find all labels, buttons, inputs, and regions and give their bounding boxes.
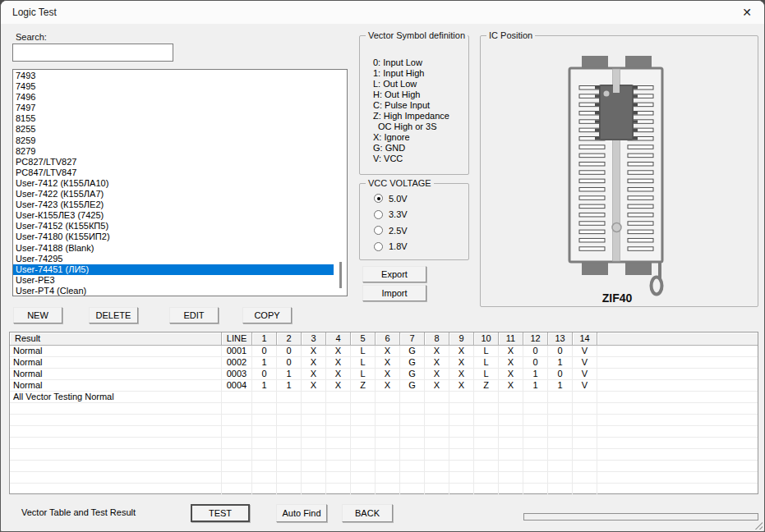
radio-selected-icon[interactable] bbox=[374, 194, 383, 203]
new-button[interactable]: NEW bbox=[13, 307, 62, 323]
table-row[interactable]: All Vector Testing Normal bbox=[10, 392, 758, 403]
vector-symbol-line: V: VCC bbox=[373, 154, 449, 164]
pin-cell: X bbox=[449, 380, 474, 392]
delete-button[interactable]: DELETE bbox=[89, 307, 138, 323]
column-header[interactable]: 14 bbox=[573, 332, 597, 346]
vcc-radio-1.8V[interactable]: 1.8V bbox=[374, 239, 408, 255]
table-row[interactable]: Normal000210XXLXGXXLX01V bbox=[10, 357, 758, 369]
table-row[interactable]: Normal000100XXLXGXXLX00V bbox=[10, 346, 758, 357]
pin-cell bbox=[499, 472, 523, 484]
pin-cell: L bbox=[351, 369, 376, 380]
vcc-radio-label: 5.0V bbox=[389, 194, 408, 204]
edit-button[interactable]: EDIT bbox=[169, 307, 219, 323]
list-item[interactable]: User-PE3 bbox=[13, 275, 334, 286]
window-title: Logic Test bbox=[12, 7, 57, 18]
table-row[interactable]: Normal000411XXZXGXXZX11V bbox=[10, 380, 758, 392]
pin-cell bbox=[351, 461, 376, 472]
list-item[interactable]: 7495 bbox=[13, 81, 334, 92]
result-cell: Normal bbox=[10, 380, 222, 392]
copy-button[interactable]: COPY bbox=[242, 307, 292, 323]
column-header[interactable]: 5 bbox=[351, 332, 376, 346]
table-row[interactable] bbox=[10, 415, 758, 426]
pin-cell: G bbox=[400, 357, 425, 369]
search-input[interactable] bbox=[12, 44, 173, 62]
list-item[interactable]: 8259 bbox=[13, 135, 334, 146]
column-header[interactable]: 10 bbox=[474, 332, 499, 346]
pin-cell bbox=[499, 438, 523, 449]
list-scrollbar-thumb[interactable] bbox=[339, 262, 342, 288]
list-item[interactable]: User-7423 (К155ЛЕ2) bbox=[13, 200, 334, 210]
vcc-radio-2.5V[interactable]: 2.5V bbox=[374, 222, 408, 239]
column-header[interactable]: 4 bbox=[326, 332, 351, 346]
list-item[interactable]: 7497 bbox=[13, 103, 334, 113]
list-item[interactable]: User-74180 (К155ИП2) bbox=[13, 232, 334, 242]
list-item[interactable]: 8255 bbox=[13, 124, 334, 135]
table-row[interactable] bbox=[10, 449, 758, 461]
table-row[interactable] bbox=[10, 426, 758, 438]
list-item[interactable]: User-7422 (К155ЛА7) bbox=[13, 189, 334, 200]
table-row[interactable] bbox=[10, 403, 758, 415]
list-item[interactable]: User-74451 (ЛИ5) bbox=[13, 264, 334, 275]
table-row[interactable] bbox=[10, 461, 758, 472]
list-item[interactable]: PC827/LTV827 bbox=[13, 157, 334, 167]
pin-cell: X bbox=[425, 369, 449, 380]
resize-grip-icon[interactable] bbox=[754, 521, 763, 530]
column-header[interactable]: 9 bbox=[449, 332, 474, 346]
column-header[interactable]: 13 bbox=[548, 332, 573, 346]
vcc-radio-label: 3.3V bbox=[389, 209, 408, 219]
list-item[interactable]: User-PT4 (Clean) bbox=[13, 286, 334, 296]
radio-icon[interactable] bbox=[374, 226, 383, 235]
back-button[interactable]: BACK bbox=[342, 504, 393, 522]
list-item[interactable]: User-74295 bbox=[13, 254, 334, 264]
column-header[interactable]: 7 bbox=[400, 332, 425, 346]
chip-listbox[interactable]: 74937495749674978155825582598279PC827/LT… bbox=[12, 69, 348, 296]
vcc-radio-5.0V[interactable]: 5.0V bbox=[374, 190, 408, 207]
list-item[interactable]: User-74152 (К155КП5) bbox=[13, 221, 334, 232]
pin-cell bbox=[400, 392, 425, 403]
column-header[interactable]: Result bbox=[10, 332, 222, 346]
radio-icon[interactable] bbox=[374, 210, 383, 219]
pin-cell: 0 bbox=[252, 369, 277, 380]
result-cell bbox=[10, 449, 222, 461]
list-item[interactable]: User-К155ЛЕ3 (7425) bbox=[13, 210, 334, 221]
close-icon[interactable]: ✕ bbox=[738, 4, 756, 21]
list-item[interactable]: 7493 bbox=[13, 71, 334, 81]
pin-cell bbox=[449, 449, 474, 461]
pin-cell bbox=[425, 461, 449, 472]
radio-icon[interactable] bbox=[374, 242, 383, 251]
import-button[interactable]: Import bbox=[362, 285, 426, 301]
pin-cell bbox=[376, 426, 400, 438]
pin-cell: Z bbox=[474, 380, 499, 392]
column-header[interactable]: 11 bbox=[499, 332, 523, 346]
column-header[interactable]: 1 bbox=[252, 332, 277, 346]
list-item[interactable]: 8279 bbox=[13, 146, 334, 157]
list-item[interactable]: PC847/LTV847 bbox=[13, 167, 334, 178]
list-item[interactable]: 8155 bbox=[13, 113, 334, 124]
table-row[interactable] bbox=[10, 472, 758, 484]
list-item[interactable]: User-7412 (К155ЛА10) bbox=[13, 178, 334, 189]
table-row[interactable] bbox=[10, 438, 758, 449]
column-header[interactable]: 2 bbox=[277, 332, 302, 346]
table-row[interactable] bbox=[10, 484, 758, 495]
pin-cell bbox=[548, 472, 573, 484]
auto-find-button[interactable]: Auto Find bbox=[276, 504, 327, 522]
channel-screw bbox=[612, 223, 621, 232]
pin-cell: X bbox=[302, 346, 326, 357]
vector-symbol-line: H: Out High bbox=[373, 89, 449, 100]
pin-cell bbox=[474, 392, 499, 403]
result-cell: Normal bbox=[10, 346, 222, 357]
pin-cell bbox=[252, 461, 277, 472]
table-row[interactable]: Normal000301XXLXGXXLX10V bbox=[10, 369, 758, 380]
pin-cell: X bbox=[376, 369, 400, 380]
pin-cell: V bbox=[573, 369, 597, 380]
test-button[interactable]: TEST bbox=[191, 504, 250, 522]
column-header[interactable]: 12 bbox=[523, 332, 548, 346]
list-item[interactable]: User-74188 (Blank) bbox=[13, 243, 334, 254]
vcc-radio-3.3V[interactable]: 3.3V bbox=[374, 207, 408, 223]
column-header[interactable]: 8 bbox=[425, 332, 449, 346]
export-button[interactable]: Export bbox=[362, 266, 426, 282]
column-header[interactable]: 6 bbox=[376, 332, 400, 346]
column-header[interactable]: 3 bbox=[302, 332, 326, 346]
column-header[interactable]: LINE bbox=[222, 332, 252, 346]
list-item[interactable]: 7496 bbox=[13, 92, 334, 103]
